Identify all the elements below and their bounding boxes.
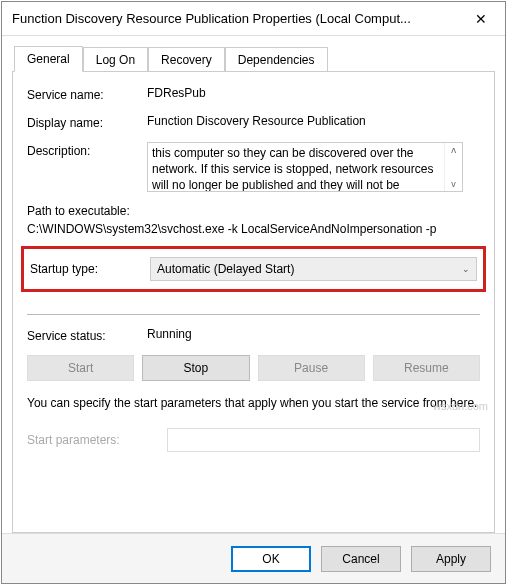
row-start-params: Start parameters: <box>27 428 480 452</box>
label-description: Description: <box>27 142 147 192</box>
pause-button-label: Pause <box>294 361 328 375</box>
label-service-name: Service name: <box>27 86 147 102</box>
cancel-button-label: Cancel <box>342 552 379 566</box>
value-service-status: Running <box>147 327 480 343</box>
value-display-name: Function Discovery Resource Publication <box>147 114 480 130</box>
tab-dependencies-label: Dependencies <box>238 53 315 67</box>
tab-recovery-label: Recovery <box>161 53 212 67</box>
titlebar: Function Discovery Resource Publication … <box>2 2 505 36</box>
tab-strip: General Log On Recovery Dependencies <box>14 46 495 72</box>
resume-button: Resume <box>373 355 480 381</box>
tab-logon[interactable]: Log On <box>83 47 148 73</box>
pause-button: Pause <box>258 355 365 381</box>
close-button[interactable]: ✕ <box>459 4 503 34</box>
chevron-down-icon: v <box>451 179 456 189</box>
tab-general[interactable]: General <box>14 46 83 72</box>
dialog-footer: OK Cancel Apply <box>2 533 505 583</box>
apply-button-label: Apply <box>436 552 466 566</box>
tab-panel-general: Service name: FDResPub Display name: Fun… <box>12 71 495 533</box>
row-path: Path to executable: C:\WINDOWS\system32\… <box>27 204 480 236</box>
window-title: Function Discovery Resource Publication … <box>12 11 459 26</box>
startup-type-highlight: Startup type: Automatic (Delayed Start) … <box>21 246 486 292</box>
properties-dialog: Function Discovery Resource Publication … <box>1 1 506 584</box>
cancel-button[interactable]: Cancel <box>321 546 401 572</box>
value-path: C:\WINDOWS\system32\svchost.exe -k Local… <box>27 222 480 236</box>
label-startup-type: Startup type: <box>30 262 150 276</box>
resume-button-label: Resume <box>404 361 449 375</box>
watermark: wsxdn.com <box>433 400 488 412</box>
start-params-note: You can specify the start parameters tha… <box>27 395 480 412</box>
ok-button-label: OK <box>262 552 279 566</box>
stop-button-label: Stop <box>184 361 209 375</box>
tab-general-label: General <box>27 52 70 66</box>
service-control-buttons: Start Stop Pause Resume <box>27 355 480 381</box>
start-button: Start <box>27 355 134 381</box>
row-service-status: Service status: Running <box>27 327 480 343</box>
label-service-status: Service status: <box>27 327 147 343</box>
row-service-name: Service name: FDResPub <box>27 86 480 102</box>
tab-logon-label: Log On <box>96 53 135 67</box>
apply-button[interactable]: Apply <box>411 546 491 572</box>
stop-button[interactable]: Stop <box>142 355 249 381</box>
tab-dependencies[interactable]: Dependencies <box>225 47 328 73</box>
label-start-params: Start parameters: <box>27 433 167 447</box>
start-button-label: Start <box>68 361 93 375</box>
close-icon: ✕ <box>475 11 487 27</box>
divider <box>27 314 480 315</box>
startup-type-value: Automatic (Delayed Start) <box>157 262 294 276</box>
description-text: this computer so they can be discovered … <box>148 143 444 191</box>
label-display-name: Display name: <box>27 114 147 130</box>
label-path: Path to executable: <box>27 204 480 218</box>
description-scrollbar[interactable]: ʌ v <box>444 143 462 191</box>
ok-button[interactable]: OK <box>231 546 311 572</box>
row-display-name: Display name: Function Discovery Resourc… <box>27 114 480 130</box>
chevron-up-icon: ʌ <box>451 145 456 155</box>
value-service-name: FDResPub <box>147 86 480 102</box>
row-description: Description: this computer so they can b… <box>27 142 480 192</box>
tab-recovery[interactable]: Recovery <box>148 47 225 73</box>
dialog-body: General Log On Recovery Dependencies Ser… <box>2 36 505 533</box>
chevron-down-icon: ⌄ <box>462 264 470 274</box>
startup-type-dropdown[interactable]: Automatic (Delayed Start) ⌄ <box>150 257 477 281</box>
description-box: this computer so they can be discovered … <box>147 142 463 192</box>
start-params-input <box>167 428 480 452</box>
